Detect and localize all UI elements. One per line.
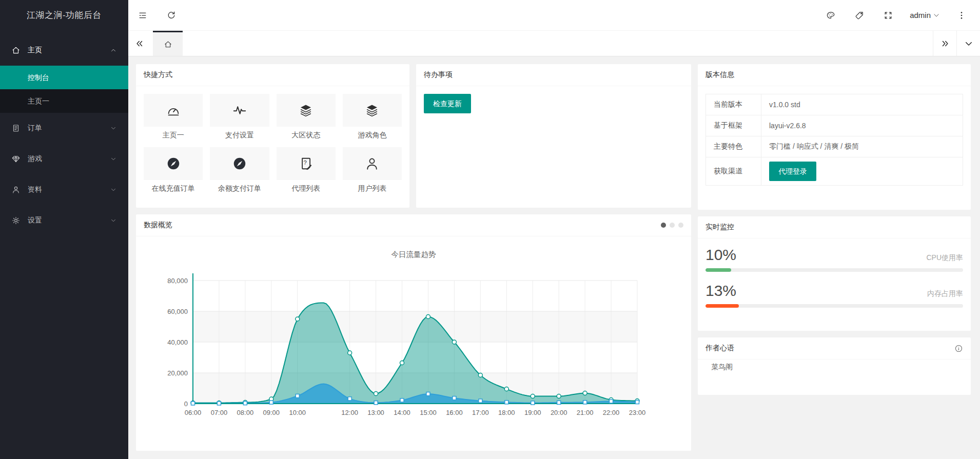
shortcut-agent-list[interactable]: ? 代理列表 [277,147,336,195]
shortcut-balance-pay-orders[interactable]: 余额支付订单 [210,147,269,195]
svg-text:21:00: 21:00 [577,409,594,416]
svg-text:15:00: 15:00 [420,409,437,416]
carousel-dot[interactable] [661,223,666,228]
svg-text:16:00: 16:00 [446,409,463,416]
shortcuts-card-title: 快捷方式 [136,64,409,86]
chevron-up-icon [110,47,117,54]
page-content: 快捷方式 主页一 支付设置 [128,56,980,451]
monitor-card: 实时监控 10% CPU使用率 13% 内存 [698,216,971,331]
tabs-scroll-right-button[interactable] [933,31,956,56]
app-title: 江湖之涧-功能后台 [0,0,128,31]
tab-home[interactable] [153,31,183,56]
shortcut-home1[interactable]: 主页一 [144,94,203,142]
svg-text:19:00: 19:00 [524,409,541,416]
memory-gauge: 13% 内存占用率 [705,282,963,308]
menu-collapse-icon [138,10,148,21]
agent-login-button[interactable]: 代理登录 [769,162,816,181]
layers-icon [298,103,313,118]
shortcut-payment-settings[interactable]: 支付设置 [210,94,269,142]
sidebar-item-games[interactable]: 游戏 [0,144,128,174]
carousel-dot[interactable] [670,223,675,228]
home-icon [11,46,21,55]
shortcut-online-recharge-orders[interactable]: 在线充值订单 [144,147,203,195]
svg-text:12:00: 12:00 [341,409,358,416]
svg-text:80,000: 80,000 [167,277,188,285]
todo-card-title: 待办事项 [416,64,691,86]
main-area: admin [128,0,980,451]
double-chevron-right-icon [940,39,950,48]
survey-icon: ? [298,156,313,171]
sidebar-item-label: 设置 [28,216,42,225]
username: admin [910,11,931,19]
sidebar-subitem-console[interactable]: 控制台 [0,66,128,89]
carousel-dots [661,223,683,228]
svg-text:23:00: 23:00 [629,409,646,416]
tag-button[interactable] [845,0,874,31]
author-card-title: 作者心语 [705,344,734,353]
svg-text:09:00: 09:00 [263,409,280,416]
sidebar-subitem-home1[interactable]: 主页一 [0,89,128,113]
table-row: 主要特色 零门槛 / 响应式 / 清爽 / 极简 [706,136,963,157]
shortcuts-grid: 主页一 支付设置 大区状态 [144,94,402,195]
carousel-dot[interactable] [678,223,683,228]
author-card: 作者心语 菜鸟阁 [698,337,971,395]
chevron-down-icon [110,186,117,193]
compass-icon [232,156,247,171]
layers-icon [364,103,380,118]
memory-usage-label: 内存占用率 [927,289,963,298]
menu-collapse-button[interactable] [128,0,157,31]
svg-text:20,000: 20,000 [167,369,188,377]
sidebar-item-profile[interactable]: 资料 [0,174,128,205]
svg-text:0: 0 [184,400,188,408]
sidebar: 江湖之涧-功能后台 主页 控制台 主页一 订单 游戏 资料 设置 [0,0,128,459]
fullscreen-icon [883,10,893,21]
shortcut-game-roles[interactable]: 游戏角色 [343,94,402,142]
svg-text:14:00: 14:00 [394,409,410,416]
refresh-button[interactable] [157,0,186,31]
fullscreen-button[interactable] [874,0,903,31]
sidebar-item-settings[interactable]: 设置 [0,205,128,236]
topbar: admin [128,0,980,31]
pulse-icon [232,103,247,118]
svg-text:18:00: 18:00 [498,409,515,416]
sidebar-item-home[interactable]: 主页 [0,35,128,66]
refresh-icon [166,10,177,21]
more-button[interactable] [947,0,976,31]
topbar-right: admin [816,0,980,31]
order-icon [11,124,21,133]
version-card-title: 版本信息 [698,64,971,86]
left-column: 快捷方式 主页一 支付设置 [136,64,691,451]
user-menu[interactable]: admin [903,0,947,31]
svg-text:20:00: 20:00 [551,409,567,416]
cpu-progress-track [705,268,963,272]
cpu-gauge: 10% CPU使用率 [705,246,963,272]
user-icon [364,156,380,171]
sidebar-item-label: 游戏 [28,154,42,164]
table-row: 获取渠道 代理登录 [706,157,963,186]
tabbar [128,31,980,56]
chevron-down-icon [933,12,940,19]
settings-icon [11,216,21,225]
tabs-scroll-left-button[interactable] [128,31,151,56]
shortcut-user-list[interactable]: 用户列表 [343,147,402,195]
tabs-menu-button[interactable] [956,31,980,56]
svg-text:13:00: 13:00 [367,409,384,416]
svg-text:今日流量趋势: 今日流量趋势 [391,250,436,258]
data-overview-card: 数据概览 020,00040,00060,00080,00006:0007:00… [136,214,691,451]
author-quote: 菜鸟阁 [698,360,971,372]
sidebar-item-orders[interactable]: 订单 [0,113,128,144]
info-button[interactable] [954,344,963,353]
chevron-down-icon [110,125,117,132]
memory-progress-fill [705,304,739,308]
theme-button[interactable] [816,0,845,31]
table-row: 当前版本 v1.0.0 std [706,94,963,115]
svg-text:10:00: 10:00 [289,409,306,416]
traffic-trend-chart: 020,00040,00060,00080,00006:0007:0008:00… [144,242,683,443]
svg-text:17:00: 17:00 [472,409,489,416]
dashboard-icon [166,103,181,118]
shortcuts-card: 快捷方式 主页一 支付设置 [136,64,409,208]
shortcut-region-status[interactable]: 大区状态 [277,94,336,142]
check-update-button[interactable]: 检查更新 [424,94,471,113]
double-chevron-left-icon [135,39,144,48]
cpu-usage-value: 10% [705,246,736,264]
